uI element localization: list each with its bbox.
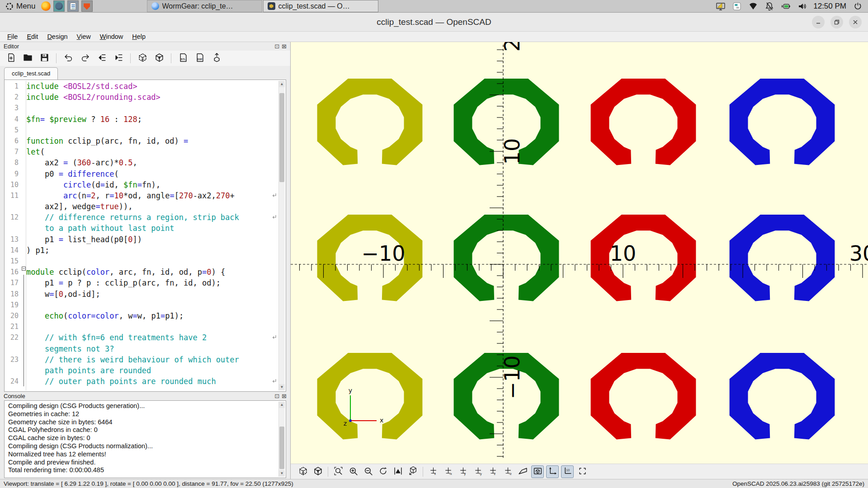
show-scale-markers-button[interactable]: 10 (561, 465, 574, 478)
scroll-down-icon[interactable]: ▼ (279, 384, 285, 390)
code-row[interactable]: 23 // there is weird behaviour of which … (5, 354, 278, 365)
code-editor[interactable]: 1include <BOSL2/std.scad>2include <BOSL2… (4, 80, 286, 392)
undo-button[interactable] (62, 52, 75, 65)
code-row[interactable]: 15 (5, 256, 278, 267)
brave-launcher[interactable] (81, 0, 93, 12)
menu-item-help[interactable]: Help (127, 33, 150, 40)
scroll-down-icon[interactable]: ▼ (279, 470, 285, 477)
print-3d-button[interactable] (210, 52, 223, 65)
code-row[interactable]: 2include <BOSL2/rounding.scad> (5, 92, 278, 103)
show-crosshairs-button[interactable] (576, 465, 589, 478)
code-row[interactable]: 24 // outer path points are rounded much (5, 376, 278, 387)
code-row[interactable]: ax2], wedge=true)), (5, 201, 278, 212)
code-row[interactable]: 21 (5, 321, 278, 332)
code-row[interactable]: 7let( (5, 146, 278, 157)
code-row[interactable]: to a path without last point (5, 223, 278, 234)
show-axes-button[interactable] (546, 465, 559, 478)
save-file-button[interactable] (38, 52, 51, 65)
tab-cclip-test[interactable]: cclip_test.scad (4, 67, 58, 80)
menu-item-view[interactable]: View (72, 33, 95, 40)
code-row[interactable]: 12 // difference returns a region, strip… (5, 212, 278, 223)
menu-item-file[interactable]: File (3, 33, 22, 40)
zoom-out-button[interactable] (362, 465, 374, 478)
console[interactable]: Compiling design (CSG Products generatio… (4, 400, 286, 478)
code-row[interactable]: 8 ax2 = (360-arc)*0.5, (5, 157, 278, 168)
restore-button[interactable] (830, 16, 843, 28)
code-row[interactable]: 17 p1 = p ? p : cclip_p(arc, fn, id, od)… (5, 277, 278, 288)
console-float-icon[interactable]: ⊡ (274, 393, 279, 399)
code-row[interactable]: 16−module cclip(color, arc, fn, id, od, … (5, 267, 278, 277)
export-stl-button[interactable]: STL (177, 52, 189, 65)
code-row[interactable]: 18 w=[0,od-id]; (5, 289, 278, 300)
code-row[interactable]: 9 p0 = difference( (5, 169, 278, 179)
editor-scrollbar[interactable]: ▲ ▼ (278, 81, 285, 390)
code-row[interactable]: 1include <BOSL2/std.scad> (5, 81, 278, 92)
console-close-icon[interactable]: ⊠ (282, 393, 287, 399)
code-row[interactable]: 6function cclip_p(arc, fn, id, od) = (5, 136, 278, 146)
view-bottom-button[interactable]: -z (501, 465, 514, 478)
orthogonal-button[interactable] (531, 465, 544, 478)
code-row[interactable]: 3 (5, 103, 278, 113)
battery-icon[interactable] (781, 1, 791, 11)
zoom-all-button[interactable] (332, 465, 344, 478)
code-row[interactable]: 20 echo(color=color, w=w, p1=p1); (5, 310, 278, 321)
3d-viewport[interactable]: −1010302010−10yxz (291, 42, 868, 464)
view-all-button[interactable] (392, 465, 404, 478)
export-dxf-button[interactable]: DXF (193, 52, 206, 65)
code-row[interactable]: 22 // with $fn=6 end treatments have 2 (5, 332, 278, 343)
preview-button[interactable] (136, 52, 149, 65)
view-left-button[interactable]: -x (442, 465, 454, 478)
toggles-icon[interactable] (732, 1, 742, 11)
preview-button[interactable] (297, 465, 309, 478)
close-button[interactable] (849, 16, 862, 28)
network-icon[interactable] (748, 1, 758, 11)
perspective-button[interactable] (516, 465, 529, 478)
render-button[interactable] (311, 465, 324, 478)
code-row[interactable]: 13 p1 = list_head(p0[0]) (5, 234, 278, 245)
code-row[interactable]: 11 arc(n=2, r=10*od, angle=[270-ax2,270+ (5, 190, 278, 201)
firefox-icon[interactable] (41, 1, 51, 11)
editor-panel-header[interactable]: Editor ⊡ ⊠ (0, 42, 290, 51)
console-scrollbar[interactable]: ▲ ▼ (278, 402, 285, 477)
display-settings-icon[interactable] (716, 1, 726, 11)
editor-scroll-thumb[interactable] (279, 93, 284, 182)
menu-item-design[interactable]: Design (42, 33, 72, 40)
indent-button[interactable] (112, 52, 125, 65)
text-editor-launcher[interactable] (67, 0, 79, 12)
minimize-button[interactable] (812, 16, 825, 28)
code-row[interactable]: path points are rounded (5, 365, 278, 376)
view-front-button[interactable]: y (457, 465, 469, 478)
code-row[interactable]: 19 (5, 300, 278, 310)
fold-marker-icon[interactable]: − (22, 267, 26, 271)
render-button[interactable] (153, 52, 165, 65)
taskbar-window-button[interactable]: cclip_test.scad — O… (263, 0, 378, 12)
console-scroll-thumb[interactable] (279, 427, 284, 469)
clock[interactable]: 12:50 PM (813, 2, 846, 11)
taskbar-window-button[interactable]: WormGear: cclip_te… (147, 0, 262, 12)
browser-launcher[interactable] (53, 0, 65, 12)
view-diagonal-button[interactable] (406, 465, 419, 478)
zoom-in-button[interactable] (347, 465, 359, 478)
scroll-up-icon[interactable]: ▲ (279, 402, 285, 408)
view-back-button[interactable]: -y (472, 465, 484, 478)
code-row[interactable]: 4$fn= $preview ? 16 : 128; (5, 114, 278, 125)
editor-close-icon[interactable]: ⊠ (282, 43, 287, 50)
volume-icon[interactable] (797, 1, 807, 11)
code-row[interactable]: 5 (5, 125, 278, 136)
view-right-button[interactable]: x (427, 465, 439, 478)
editor-float-icon[interactable]: ⊡ (274, 43, 279, 50)
open-file-button[interactable] (21, 52, 34, 65)
notifications-muted-icon[interactable] (764, 1, 774, 11)
window-titlebar[interactable]: cclip_test.scad — OpenSCAD (0, 13, 868, 32)
code-row[interactable]: 10 circle(d=id, $fn=fn), (5, 179, 278, 190)
power-icon[interactable] (853, 1, 863, 11)
menu-item-window[interactable]: Window (95, 33, 128, 40)
menu-item-edit[interactable]: Edit (22, 33, 42, 40)
view-top-button[interactable]: z (486, 465, 499, 478)
unindent-button[interactable] (95, 52, 108, 65)
code-row[interactable]: 14) p1; (5, 245, 278, 256)
new-file-button[interactable] (5, 52, 17, 65)
scroll-up-icon[interactable]: ▲ (279, 81, 285, 87)
code-row[interactable]: segments not 3? (5, 343, 278, 354)
whisker-menu-button[interactable]: Menu (3, 2, 38, 11)
